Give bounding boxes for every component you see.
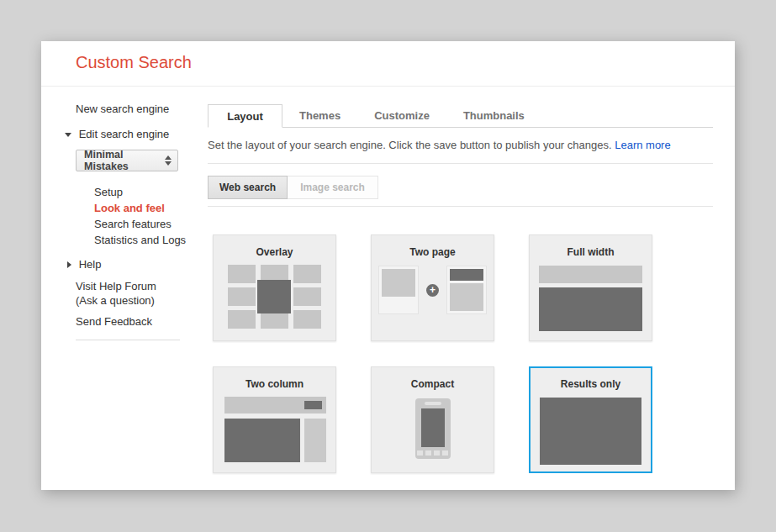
learn-more-link[interactable]: Learn more: [615, 139, 670, 151]
sidebar-item-label: Help: [79, 258, 102, 271]
sidebar-item-search-features[interactable]: Search features: [94, 216, 208, 232]
tab-bar: Layout Themes Customize Thumbnails: [208, 104, 713, 128]
page-background: Custom Search New search engine Edit sea…: [0, 0, 776, 532]
results-only-thumbnail: [540, 398, 641, 465]
caret-down-icon: [65, 133, 71, 137]
page-title: Custom Search: [41, 41, 735, 72]
overlay-popup-rect: [257, 280, 291, 313]
page-rect: [446, 266, 487, 314]
two-page-thumbnail: +: [372, 266, 494, 314]
sidebar-item-help[interactable]: Help: [76, 258, 208, 271]
help-forum-line2: (Ask a question): [76, 293, 208, 308]
web-search-toggle[interactable]: Web search: [208, 176, 288, 199]
tab-layout[interactable]: Layout: [208, 104, 282, 128]
tab-customize[interactable]: Customize: [357, 104, 446, 127]
layout-options-grid: Overlay Two page +: [213, 234, 713, 473]
sidebar-item-edit-search-engine[interactable]: Edit search engine: [76, 128, 208, 141]
layout-option-title: Full width: [530, 246, 652, 258]
engine-section-nav: Setup Look and feel Search features Stat…: [94, 184, 208, 248]
plus-icon: +: [426, 284, 439, 297]
caret-right-icon: [67, 261, 71, 268]
layout-option-results-only[interactable]: Results only: [529, 366, 652, 473]
custom-search-panel: Custom Search New search engine Edit sea…: [41, 41, 735, 490]
select-arrows-icon: [165, 155, 172, 166]
full-width-thumbnail: [539, 266, 642, 331]
image-search-toggle[interactable]: Image search: [288, 176, 378, 199]
main-content: Layout Themes Customize Thumbnails Set t…: [208, 87, 735, 473]
sidebar-item-statistics-and-logs[interactable]: Statistics and Logs: [94, 232, 208, 248]
help-forum-line1: Visit Help Forum: [76, 279, 208, 293]
layout-option-compact[interactable]: Compact: [371, 366, 494, 473]
layout-option-two-column[interactable]: Two column: [213, 366, 336, 473]
layout-option-title: Two column: [214, 378, 335, 390]
sidebar-item-help-forum[interactable]: Visit Help Forum (Ask a question): [76, 279, 208, 308]
divider: [208, 206, 713, 207]
layout-option-full-width[interactable]: Full width: [529, 234, 652, 341]
phone-screen: [421, 408, 445, 447]
overlay-thumbnail: [228, 265, 321, 329]
sidebar-item-send-feedback[interactable]: Send Feedback: [76, 315, 208, 329]
sidebar-item-new-search-engine[interactable]: New search engine: [76, 103, 208, 116]
layout-option-title: Compact: [372, 378, 494, 390]
sidebar: New search engine Edit search engine Min…: [41, 87, 208, 473]
engine-select[interactable]: Minimal Mistakes: [76, 150, 178, 171]
layout-option-title: Overlay: [214, 246, 335, 258]
sidebar-item-label: Edit search engine: [79, 128, 170, 140]
layout-option-title: Two page: [372, 246, 494, 258]
layout-option-title: Results only: [531, 378, 651, 390]
page-rect: [378, 266, 419, 314]
phone-speaker: [425, 402, 441, 405]
sidebar-divider: [76, 340, 180, 340]
engine-select-value: Minimal Mistakes: [84, 149, 165, 172]
tab-themes[interactable]: Themes: [282, 104, 357, 127]
layout-option-overlay[interactable]: Overlay: [213, 234, 336, 341]
panel-header: Custom Search: [41, 41, 735, 87]
search-type-toggle: Web search Image search: [208, 176, 713, 199]
description-text: Set the layout of your search engine. Cl…: [208, 139, 612, 151]
layout-option-two-page[interactable]: Two page +: [371, 234, 494, 341]
phone-buttons: [415, 450, 451, 456]
tab-thumbnails[interactable]: Thumbnails: [446, 104, 541, 127]
sidebar-item-look-and-feel[interactable]: Look and feel: [94, 200, 208, 216]
two-column-thumbnail: [224, 397, 326, 462]
divider: [208, 163, 713, 164]
sidebar-item-setup[interactable]: Setup: [94, 184, 208, 200]
layout-description: Set the layout of your search engine. Cl…: [208, 138, 713, 152]
compact-phone-thumbnail: [415, 398, 451, 459]
